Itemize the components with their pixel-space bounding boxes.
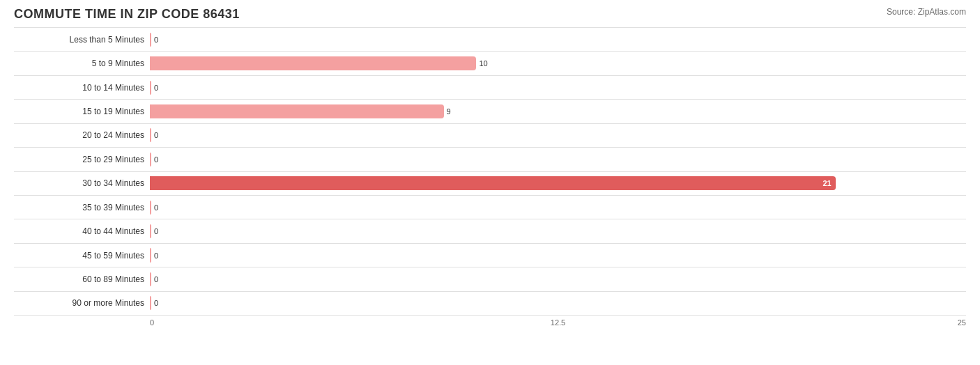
bar-label: 10 to 14 Minutes [14, 83, 150, 93]
bar-value-inside: 21 [822, 179, 831, 187]
bar-label: 15 to 19 Minutes [14, 107, 150, 116]
bar-row: 25 to 29 Minutes0 [14, 148, 966, 171]
bar-track: 0 [150, 148, 966, 171]
bar-label: 20 to 24 Minutes [14, 130, 150, 140]
bar-label: 40 to 44 Minutes [14, 226, 150, 236]
bar-track: 0 [150, 76, 966, 99]
bar-track: 9 [150, 100, 966, 123]
chart-title: COMMUTE TIME IN ZIP CODE 86431 [14, 7, 966, 22]
bar-label: 30 to 34 Minutes [14, 178, 150, 188]
bar-value: 0 [154, 131, 158, 139]
bar-fill [150, 296, 151, 310]
bar-track: 0 [150, 244, 966, 267]
bar-fill [150, 128, 151, 142]
bar-track: 0 [150, 292, 966, 315]
chart-source: Source: ZipAtlas.com [887, 7, 966, 17]
bar-fill [150, 33, 151, 47]
chart-container: COMMUTE TIME IN ZIP CODE 86431 Source: Z… [0, 0, 980, 365]
bar-row: 35 to 39 Minutes0 [14, 196, 966, 219]
bar-row: 40 to 44 Minutes0 [14, 219, 966, 243]
bar-value: 0 [154, 299, 158, 307]
bar-track: 0 [150, 124, 966, 147]
bar-track: 0 [150, 196, 966, 219]
bar-row: 5 to 9 Minutes10 [14, 52, 966, 75]
bar-row: Less than 5 Minutes0 [14, 27, 966, 52]
bar-value: 0 [154, 84, 158, 92]
bar-fill [150, 272, 151, 286]
bar-value: 9 [447, 107, 451, 116]
bar-value: 0 [154, 155, 158, 164]
bar-row: 15 to 19 Minutes9 [14, 100, 966, 123]
x-axis: 012.525 [150, 318, 966, 332]
x-axis-tick-label: 25 [958, 318, 966, 327]
bar-value: 0 [154, 251, 158, 260]
bar-row: 30 to 34 Minutes21 [14, 172, 966, 196]
bar-track: 0 [150, 219, 966, 242]
bar-row: 90 or more Minutes0 [14, 292, 966, 316]
x-axis-tick-label: 0 [150, 318, 154, 327]
bar-row: 20 to 24 Minutes0 [14, 124, 966, 148]
bar-value: 0 [154, 36, 158, 44]
bar-label: 5 to 9 Minutes [14, 59, 150, 68]
bar-label: 25 to 29 Minutes [14, 155, 150, 164]
bar-fill [150, 201, 151, 215]
bar-fill [150, 56, 476, 70]
bar-fill [150, 81, 151, 95]
bar-row: 10 to 14 Minutes0 [14, 76, 966, 100]
bar-label: Less than 5 Minutes [14, 35, 150, 45]
bar-fill [150, 248, 151, 262]
bar-value: 0 [154, 275, 158, 284]
x-axis-tick-label: 12.5 [551, 318, 565, 327]
bar-track: 0 [150, 267, 966, 290]
bar-row: 60 to 89 Minutes0 [14, 267, 966, 291]
bar-value: 0 [154, 203, 158, 212]
chart-area: Less than 5 Minutes05 to 9 Minutes1010 t… [14, 27, 966, 316]
bar-track: 0 [150, 28, 966, 51]
bar-value: 0 [154, 227, 158, 235]
bar-row: 45 to 59 Minutes0 [14, 244, 966, 267]
bar-label: 45 to 59 Minutes [14, 251, 150, 261]
bar-track: 21 [150, 172, 966, 195]
bar-fill [150, 224, 151, 238]
bar-fill [150, 153, 151, 166]
bar-fill: 21 [150, 176, 836, 190]
bar-label: 90 or more Minutes [14, 298, 150, 308]
bar-value: 10 [479, 59, 487, 68]
bar-fill [150, 104, 444, 118]
bar-label: 60 to 89 Minutes [14, 274, 150, 284]
bar-label: 35 to 39 Minutes [14, 203, 150, 212]
bar-track: 10 [150, 52, 966, 75]
